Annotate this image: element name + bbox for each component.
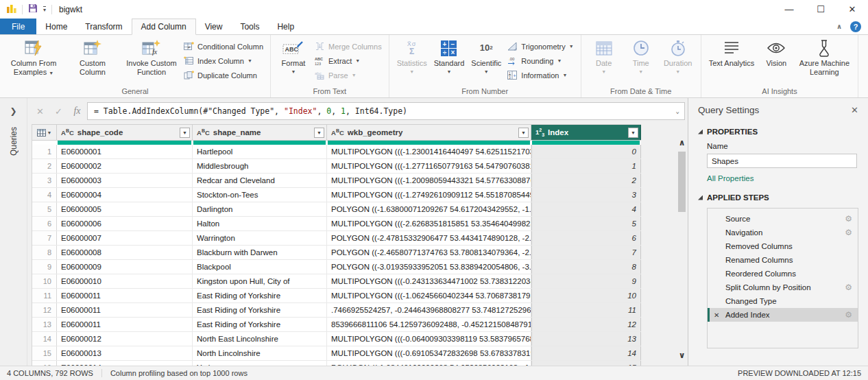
- custom-column-button[interactable]: Custom Column: [63, 36, 122, 86]
- cell-shape-code[interactable]: E06000011: [57, 303, 193, 317]
- cell-index[interactable]: 0: [531, 145, 641, 158]
- cell-shape-name[interactable]: North Lincolnshire: [193, 346, 327, 360]
- cell-shape-name[interactable]: East Riding of Yorkshire: [193, 318, 327, 331]
- cell-index[interactable]: 15: [531, 361, 641, 366]
- cell-shape-name[interactable]: Halton: [193, 217, 327, 230]
- delete-step-icon[interactable]: ✕: [714, 311, 719, 319]
- gear-icon[interactable]: ⚙: [845, 228, 852, 237]
- applied-step[interactable]: Navigation⚙: [708, 226, 858, 239]
- close-panel-icon[interactable]: ✕: [851, 105, 858, 115]
- cell-shape-code[interactable]: E06000003: [57, 174, 193, 187]
- gear-icon[interactable]: ⚙: [845, 311, 852, 319]
- cell-shape-name[interactable]: Warrington: [193, 231, 327, 245]
- cell-shape-code[interactable]: E06000008: [57, 246, 193, 259]
- cell-index[interactable]: 2: [531, 174, 641, 187]
- properties-section-header[interactable]: PROPERTIES: [698, 128, 858, 136]
- cell-wkb-geometry[interactable]: MULTIPOLYGON (((-1.20098059443321 54.577…: [327, 174, 531, 187]
- text-analytics-button[interactable]: Text Analytics: [706, 36, 758, 86]
- cell-index[interactable]: 8: [531, 260, 641, 274]
- help-icon[interactable]: ?: [850, 21, 861, 32]
- cell-wkb-geometry[interactable]: POLYGON ((-3.01935933952051 53.838942005…: [327, 260, 531, 274]
- cell-wkb-geometry[interactable]: MULTIPOLYGON (((-1.27711650779163 54.547…: [327, 159, 531, 173]
- scroll-down-icon[interactable]: ∨: [679, 351, 686, 363]
- scientific-button[interactable]: 102 Scientific ▼: [468, 36, 505, 86]
- cell-wkb-geometry[interactable]: POLYGON ((-2.47815332906477 53.443417489…: [327, 231, 531, 245]
- tab-view[interactable]: View: [196, 19, 232, 34]
- cell-shape-code[interactable]: E06000014: [57, 361, 193, 366]
- cell-shape-code[interactable]: E06000006: [57, 217, 193, 230]
- applied-step[interactable]: Split Column by Position⚙: [708, 281, 858, 294]
- cell-index[interactable]: 1: [531, 159, 641, 173]
- row-number[interactable]: 7: [32, 231, 57, 245]
- row-number[interactable]: 2: [32, 159, 57, 173]
- cell-wkb-geometry[interactable]: MULTIPOLYGON (((-0.243133634471002 53.73…: [327, 274, 531, 288]
- applied-step[interactable]: Changed Type: [708, 294, 858, 308]
- cell-wkb-geometry[interactable]: .7466925524257, -0.244643968808277 53.74…: [327, 303, 531, 317]
- cell-wkb-geometry[interactable]: 8539666811106 54.1259736092488, -0.45212…: [327, 318, 531, 331]
- row-number[interactable]: 4: [32, 188, 57, 202]
- cell-wkb-geometry[interactable]: MULTIPOLYGON (((-2.6268351815851 53.3546…: [327, 217, 531, 230]
- applied-steps-section-header[interactable]: APPLIED STEPS: [698, 193, 858, 202]
- cell-shape-name[interactable]: Hartlepool: [193, 145, 327, 158]
- expand-formula-bar-icon[interactable]: ⌄: [676, 108, 679, 115]
- minimize-button[interactable]: —: [773, 0, 805, 19]
- column-header-index[interactable]: 123 Index ▼: [531, 125, 641, 140]
- cell-shape-code[interactable]: E06000011: [57, 318, 193, 331]
- tab-help[interactable]: Help: [268, 19, 303, 34]
- cell-index[interactable]: 7: [531, 246, 641, 259]
- cell-wkb-geometry[interactable]: MULTIPOLYGON (((-1.06245660402344 53.706…: [327, 289, 531, 302]
- cell-wkb-geometry[interactable]: MULTIPOLYGON (((-0.064009303398119 53.58…: [327, 332, 531, 346]
- cell-wkb-geometry[interactable]: MULTIPOLYGON (((-0.691053472832698 53.67…: [327, 346, 531, 360]
- cell-shape-name[interactable]: Darlington: [193, 202, 327, 216]
- tab-add-column[interactable]: Add Column: [132, 19, 196, 35]
- row-number[interactable]: 10: [32, 274, 57, 288]
- tab-home[interactable]: Home: [36, 19, 76, 34]
- cell-shape-name[interactable]: North East Lincolnshire: [193, 332, 327, 346]
- format-button[interactable]: ABC Format ▼: [275, 36, 312, 86]
- maximize-button[interactable]: ☐: [805, 0, 836, 19]
- cell-index[interactable]: 9: [531, 274, 641, 288]
- column-header-shape-code[interactable]: ABC shape_code ▼: [57, 125, 193, 140]
- row-number[interactable]: 8: [32, 246, 57, 259]
- row-number[interactable]: 1: [32, 145, 57, 158]
- select-all-corner-button[interactable]: ▼: [32, 125, 57, 140]
- cell-shape-code[interactable]: E06000002: [57, 159, 193, 173]
- filter-dropdown-button[interactable]: ▼: [180, 128, 190, 138]
- invoke-custom-function-button[interactable]: fx Invoke Custom Function: [122, 36, 181, 86]
- cell-shape-code[interactable]: E06000007: [57, 231, 193, 245]
- cell-index[interactable]: 12: [531, 318, 641, 331]
- row-number[interactable]: 15: [32, 346, 57, 360]
- row-number[interactable]: 6: [32, 217, 57, 230]
- cell-shape-code[interactable]: E06000001: [57, 145, 193, 158]
- scrollbar-track[interactable]: [678, 150, 686, 351]
- cell-shape-name[interactable]: Middlesbrough: [193, 159, 327, 173]
- gear-icon[interactable]: ⚙: [845, 283, 852, 292]
- rounding-button[interactable]: .00 Rounding ▼: [507, 55, 573, 67]
- all-properties-link[interactable]: All Properties: [707, 174, 858, 182]
- column-header-wkb-geometry[interactable]: ABC wkb_geometry ▼: [327, 125, 531, 140]
- applied-step[interactable]: Reordered Columns: [708, 267, 858, 281]
- cell-shape-code[interactable]: E06000009: [57, 260, 193, 274]
- vertical-scrollbar[interactable]: ∧ ∨: [676, 124, 688, 366]
- row-number[interactable]: 13: [32, 318, 57, 331]
- row-number[interactable]: 16: [32, 361, 57, 366]
- filter-dropdown-button[interactable]: ▼: [518, 128, 529, 138]
- cell-shape-name[interactable]: Kingston upon Hull, City of: [193, 274, 327, 288]
- cell-shape-code[interactable]: E06000004: [57, 188, 193, 202]
- cell-shape-code[interactable]: E06000010: [57, 274, 193, 288]
- formula-input[interactable]: = Table.AddIndexColumn(#"Changed Type", …: [87, 102, 685, 120]
- filter-dropdown-button[interactable]: ▼: [628, 128, 638, 138]
- cell-index[interactable]: 11: [531, 303, 641, 317]
- vision-button[interactable]: Vision: [758, 36, 795, 86]
- applied-step[interactable]: ✕Added Index⚙: [708, 308, 858, 322]
- profiling-status[interactable]: Column profiling based on top 1000 rows: [110, 369, 248, 377]
- save-icon[interactable]: [28, 3, 38, 16]
- cell-index[interactable]: 4: [531, 202, 641, 216]
- gear-icon[interactable]: ⚙: [845, 215, 852, 223]
- conditional-column-button[interactable]: ≠ Conditional Column: [184, 40, 263, 52]
- cell-wkb-geometry[interactable]: MULTIPOLYGON (((-1.23001416440497 54.625…: [327, 145, 531, 158]
- extract-button[interactable]: ABC123 Extract ▼: [315, 55, 382, 67]
- information-button[interactable]: 13+ Information ▼: [507, 69, 573, 81]
- cell-index[interactable]: 3: [531, 188, 641, 202]
- collapse-ribbon-icon[interactable]: ∧: [836, 23, 842, 30]
